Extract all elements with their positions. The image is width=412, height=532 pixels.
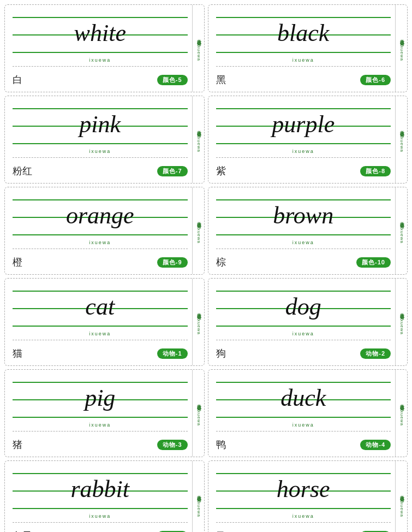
watermark-label: ixuewa — [216, 149, 391, 154]
side-text: 关注微信公众号：ixuewa — [398, 218, 404, 244]
watermark-label: ixuewa — [216, 57, 391, 63]
card-footer: 棕 颜色-10 — [216, 253, 391, 269]
side-label: 关注微信公众号：ixuewa — [192, 370, 204, 457]
word-area: orange ixuewa — [13, 193, 188, 247]
english-word: cat — [85, 293, 115, 321]
side-text: 关注微信公众号：ixuewa — [195, 127, 201, 152]
writing-lines: black — [216, 15, 391, 54]
writing-lines: rabbit — [13, 471, 188, 510]
flashcard-10: duck ixuewa 鸭 动物-4 关注微信公众号：ixuewa — [208, 369, 408, 457]
watermark-label: ixuewa — [13, 422, 188, 428]
english-word: pink — [79, 110, 121, 138]
category-badge: 颜色-8 — [360, 166, 391, 176]
divider — [13, 66, 188, 67]
watermark-label: ixuewa — [13, 240, 188, 245]
side-text: 关注微信公众号：ixuewa — [398, 400, 404, 426]
side-label: 关注微信公众号：ixuewa — [192, 279, 204, 365]
chinese-label: 猪 — [13, 438, 22, 451]
side-text: 关注微信公众号：ixuewa — [398, 127, 404, 152]
line-top — [13, 473, 188, 474]
word-area: brown ixuewa — [216, 193, 391, 247]
word-area: purple ixuewa — [216, 102, 391, 156]
side-label: 关注微信公众号：ixuewa — [395, 461, 407, 532]
chinese-label: 白 — [13, 73, 22, 86]
line-top — [216, 108, 391, 109]
side-label: 关注微信公众号：ixuewa — [395, 5, 407, 92]
side-text: 关注微信公众号：ixuewa — [398, 36, 404, 61]
side-label: 关注微信公众号：ixuewa — [395, 187, 407, 274]
card-footer: 紫 颜色-8 — [216, 162, 391, 178]
card-footer: 马 动物-6 — [216, 527, 391, 532]
line-top — [216, 382, 391, 383]
flashcard-8: dog ixuewa 狗 动物-2 关注微信公众号：ixuewa — [208, 278, 408, 366]
line-bot — [216, 143, 391, 144]
divider — [216, 431, 391, 431]
writing-lines: dog — [216, 288, 391, 328]
chinese-label: 橙 — [13, 256, 22, 269]
flashcard-12: horse ixuewa 马 动物-6 关注微信公众号：ixuewa — [208, 460, 408, 532]
category-badge: 颜色-5 — [157, 75, 188, 85]
word-area: black ixuewa — [216, 10, 391, 65]
divider — [13, 340, 188, 340]
word-area: duck ixuewa — [216, 375, 391, 430]
english-word: horse — [277, 475, 330, 503]
side-text: 关注微信公众号：ixuewa — [195, 218, 201, 244]
divider — [13, 157, 188, 158]
category-badge: 颜色-10 — [356, 257, 391, 268]
divider — [13, 249, 188, 249]
side-text: 关注微信公众号：ixuewa — [398, 309, 404, 335]
flashcard-11: rabbit ixuewa 兔子 动物-5 关注微信公众号：ixuewa — [4, 460, 205, 532]
line-top — [216, 17, 391, 18]
side-text: 关注微信公众号：ixuewa — [195, 492, 201, 517]
english-word: black — [277, 19, 329, 47]
chinese-label: 猫 — [13, 347, 22, 360]
line-bot — [216, 234, 391, 235]
flashcard-grid: white ixuewa 白 颜色-5 关注微信公众号：ixuewa black… — [4, 4, 408, 532]
flashcard-7: cat ixuewa 猫 动物-1 关注微信公众号：ixuewa — [4, 278, 205, 366]
chinese-label: 紫 — [216, 164, 226, 178]
line-top — [216, 291, 391, 292]
word-area: cat ixuewa — [13, 284, 188, 339]
chinese-label: 马 — [216, 529, 226, 532]
watermark-label: ixuewa — [216, 331, 391, 336]
watermark-label: ixuewa — [216, 240, 391, 245]
word-area: horse ixuewa — [216, 466, 391, 521]
line-top — [216, 199, 391, 200]
side-text: 关注微信公众号：ixuewa — [195, 309, 201, 335]
divider — [13, 522, 188, 523]
side-text: 关注微信公众号：ixuewa — [398, 492, 404, 517]
line-bot — [13, 417, 188, 418]
divider — [216, 249, 391, 249]
line-bot — [13, 234, 188, 235]
watermark-label: ixuewa — [13, 513, 188, 519]
line-top — [216, 473, 391, 474]
card-footer: 白 颜色-5 — [13, 71, 188, 86]
chinese-label: 粉红 — [13, 164, 32, 178]
category-badge: 颜色-6 — [360, 75, 391, 85]
side-label: 关注微信公众号：ixuewa — [395, 370, 407, 457]
word-area: pink ixuewa — [13, 102, 188, 156]
english-word: brown — [273, 202, 333, 229]
line-bot — [216, 52, 391, 53]
divider — [216, 522, 391, 523]
card-footer: 兔子 动物-5 — [13, 527, 188, 532]
writing-lines: brown — [216, 197, 391, 237]
writing-lines: white — [13, 15, 188, 54]
chinese-label: 狗 — [216, 347, 226, 360]
watermark-label: ixuewa — [216, 513, 391, 519]
card-footer: 猫 动物-1 — [13, 345, 188, 360]
flashcard-4: purple ixuewa 紫 颜色-8 关注微信公众号：ixuewa — [208, 96, 408, 184]
english-word: pig — [85, 384, 115, 412]
line-bot — [13, 52, 188, 53]
card-footer: 粉红 颜色-7 — [13, 162, 188, 178]
line-top — [13, 17, 188, 18]
card-footer: 猪 动物-3 — [13, 436, 188, 451]
writing-lines: pig — [13, 380, 188, 419]
line-bot — [216, 417, 391, 418]
line-bot — [216, 326, 391, 327]
watermark-label: ixuewa — [13, 149, 188, 154]
divider — [216, 157, 391, 158]
line-bot — [216, 508, 391, 509]
side-label: 关注微信公众号：ixuewa — [192, 187, 204, 274]
flashcard-3: pink ixuewa 粉红 颜色-7 关注微信公众号：ixuewa — [4, 96, 205, 184]
